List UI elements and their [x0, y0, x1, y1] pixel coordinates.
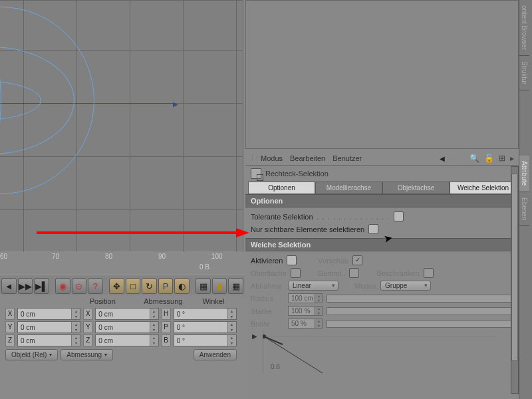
width-slider[interactable] — [327, 320, 514, 328]
move-tool-button[interactable]: ✥ — [109, 278, 124, 294]
header-position: Position — [60, 297, 124, 305]
row-falloff: Abnahme Linear Modus Gruppe — [251, 279, 514, 292]
option2-button[interactable]: ▮ — [212, 278, 227, 294]
dim-x-input[interactable]: 0 cm▴▾ — [95, 308, 158, 320]
keyframe-options-button[interactable]: ? — [88, 278, 103, 294]
prev-key-button[interactable]: ◄ — [1, 278, 17, 294]
dim-mode-dropdown[interactable]: Abmessung ▾ — [61, 349, 113, 360]
ruler-tick: 70 — [52, 253, 59, 260]
tab-optionen[interactable]: Optionen — [248, 182, 315, 194]
visible-only-checkbox[interactable] — [368, 224, 378, 234]
width-label: Breite — [251, 320, 284, 328]
coordinates-panel: Position Abmessung Winkel X 0 cm▴▾ X 0 c… — [0, 295, 242, 363]
lock-icon[interactable]: 🔓 — [483, 154, 495, 163]
pos-z-input[interactable]: 0 cm▴▾ — [17, 334, 80, 346]
nav-fwd-icon[interactable]: ▷ — [447, 155, 452, 162]
viewport-3d[interactable]: ▶ — [0, 0, 243, 252]
ruler-tick: 80 — [105, 253, 112, 260]
tab-weiche-selektion[interactable]: Weiche Selektion — [450, 182, 517, 194]
rubber-checkbox[interactable] — [349, 268, 359, 278]
sidetab-attribute[interactable]: Attribute — [519, 156, 529, 192]
playback-toolbar: ◄ ▶▶ ▶▌ ◉ ⊙ ? ✥ □ ↻ P ◐ ▦ ▮ ▦ — [0, 275, 245, 297]
search-icon[interactable]: 🔍 — [468, 154, 481, 163]
record-key-button[interactable]: ◉ — [55, 278, 70, 294]
activate-checkbox[interactable] — [287, 255, 297, 265]
pos-x-input[interactable]: 0 cm▴▾ — [17, 308, 80, 320]
curve-handle-icon[interactable]: ▶ — [252, 332, 257, 340]
axis-label-y: Y — [5, 321, 15, 333]
rot-label-h: H — [162, 308, 171, 320]
radius-slider[interactable] — [327, 295, 514, 303]
sidetab-ebenen[interactable]: Ebenen — [519, 192, 529, 226]
mode-dropdown[interactable]: Gruppe — [380, 281, 431, 291]
tolerant-checkbox[interactable] — [394, 211, 404, 221]
grid-line — [130, 0, 130, 251]
attribute-menubar: ⋮⋮⋮ Modus Bearbeiten Benutzer ◀ ▷ 🔍 🔓 ⊞ … — [245, 152, 519, 166]
rot-label-b: B — [162, 334, 171, 346]
rot-p-input[interactable]: 0 °▴▾ — [174, 321, 237, 333]
falloff-curve[interactable]: ▶ 0.8 — [251, 330, 514, 384]
coord-mode-dropdown[interactable]: Objekt (Rel) ▾ — [5, 349, 58, 360]
width-input[interactable]: 50 %▴▾ — [288, 319, 323, 329]
object-manager-panel[interactable] — [245, 0, 519, 149]
scrollbar-thumb[interactable] — [511, 174, 518, 361]
apply-button[interactable]: Anwenden — [194, 349, 237, 360]
nav-back-icon[interactable]: ◀ — [440, 155, 445, 162]
axis-label-x: X — [5, 308, 15, 320]
param-button[interactable]: P — [158, 278, 174, 294]
option1-button[interactable]: ▦ — [196, 278, 211, 294]
rot-b-input[interactable]: 0 °▴▾ — [174, 334, 237, 346]
pos-y-input[interactable]: 0 cm▴▾ — [17, 321, 80, 333]
dim-label-x: X — [83, 308, 92, 320]
menu-bearbeiten[interactable]: Bearbeiten — [287, 154, 328, 162]
dim-y-input[interactable]: 0 cm▴▾ — [95, 321, 158, 333]
menu-benutzer[interactable]: Benutzer — [330, 154, 364, 162]
new-window-icon[interactable]: ⊞ — [497, 154, 507, 163]
tab-modellierachse[interactable]: Modellierachse — [315, 182, 382, 194]
falloff-dropdown[interactable]: Linear — [288, 281, 338, 291]
tool-name: Rechteck-Selektion — [265, 170, 329, 178]
tolerant-label: Tolerante Selektion — [251, 213, 313, 221]
rotate-tool-button[interactable]: ↻ — [142, 278, 157, 294]
viewport-ruler: 60 70 80 90 100 — [0, 251, 243, 263]
option3-button[interactable]: ▦ — [228, 278, 243, 294]
menu-modus[interactable]: Modus — [258, 154, 285, 162]
rot-h-input[interactable]: 0 °▴▾ — [174, 308, 237, 320]
sidetab-struktur[interactable]: Struktur — [519, 56, 529, 90]
row-activate: Aktivieren Vorschau — [251, 254, 514, 267]
strength-slider[interactable] — [327, 307, 514, 315]
radius-input[interactable]: 100 cm▴▾ — [288, 293, 323, 303]
restrict-checkbox[interactable] — [424, 268, 434, 278]
attribute-scrollbar[interactable] — [511, 166, 519, 394]
sidetab-content-browser[interactable]: ontent Browser — [519, 0, 529, 56]
pla-button[interactable]: ◐ — [174, 278, 190, 294]
visible-only-label: Nur sichtbare Elemente selektieren — [251, 225, 364, 233]
row-surface: Oberfläche Gummi.. Beschränken — [251, 267, 514, 279]
scale-tool-button[interactable]: □ — [126, 278, 141, 294]
dim-label-z: Z — [83, 334, 92, 346]
tool-title-row: Rechteck-Selektion — [245, 166, 519, 182]
end-button[interactable]: ▶▌ — [34, 278, 49, 294]
coord-buttons: Objekt (Rel) ▾ Abmessung ▾ Anwenden — [5, 349, 237, 360]
dim-label-y: Y — [83, 321, 92, 333]
next-key-button[interactable]: ▶▶ — [18, 278, 33, 294]
grid-line — [183, 0, 184, 251]
preview-checkbox[interactable] — [352, 255, 362, 265]
strength-input[interactable]: 100 %▴▾ — [288, 306, 323, 316]
timeline-label: 0 B — [200, 263, 209, 271]
dots: . . . . . . . . . . . . . . — [317, 213, 390, 221]
dim-z-input[interactable]: 0 cm▴▾ — [95, 334, 158, 346]
panel-menu-icon[interactable]: ▸ — [509, 154, 515, 163]
panel-grip-icon[interactable]: ⋮⋮⋮ — [249, 155, 256, 162]
surface-checkbox[interactable] — [291, 268, 301, 278]
grid-line — [0, 0, 243, 1]
autokey-button[interactable]: ⊙ — [72, 278, 87, 294]
header-dimension: Abmessung — [124, 297, 182, 305]
curve-graph[interactable] — [263, 330, 502, 373]
tab-objektachse[interactable]: Objektachse — [382, 182, 450, 194]
grid-line — [0, 209, 243, 210]
timeline-frame[interactable]: 0 B — [200, 263, 209, 274]
svg-line-4 — [264, 336, 283, 344]
grid-line — [236, 0, 237, 251]
attribute-tabs: Optionen Modellierachse Objektachse Weic… — [245, 182, 519, 194]
